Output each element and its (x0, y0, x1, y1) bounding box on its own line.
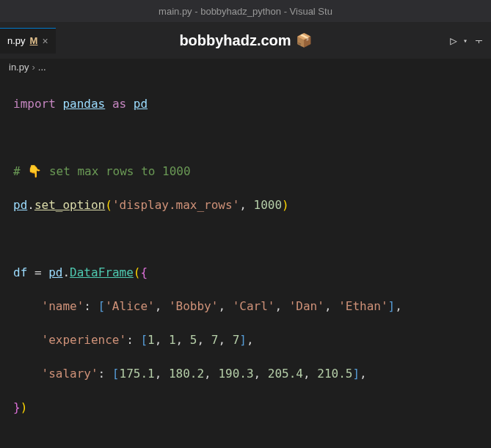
code-line: import pandas as pd (13, 95, 478, 112)
run-controls: ▷ ▾ ⫟ (450, 34, 485, 48)
breadcrumb[interactable]: in.py›... (0, 59, 491, 76)
code-line: df = pd.DataFrame({ (13, 264, 478, 281)
window-title: main.py - bobbyhadz_python - Visual Stu (159, 6, 332, 17)
tab-label: n.py (7, 35, 26, 46)
page-title: bobbyhadz.com 📦 (179, 32, 311, 49)
split-editor-icon[interactable]: ⫟ (473, 34, 485, 48)
code-line (13, 129, 478, 146)
code-line: }) (13, 399, 478, 416)
tab-bar: n.py M × bobbyhadz.com 📦 ▷ ▾ ⫟ (0, 22, 491, 59)
code-line (13, 433, 478, 448)
close-icon[interactable]: × (42, 35, 48, 47)
breadcrumb-file: in.py (9, 62, 29, 73)
code-line: # 👇️ set max rows to 1000 (13, 163, 478, 180)
cube-icon: 📦 (296, 32, 312, 48)
chevron-down-icon[interactable]: ▾ (463, 37, 468, 45)
code-line: 'salary': [175.1, 180.2, 190.3, 205.4, 2… (13, 365, 478, 382)
code-editor[interactable]: import pandas as pd # 👇️ set max rows to… (0, 76, 491, 448)
tab-modified-indicator: M (30, 35, 38, 46)
tab-main-py[interactable]: n.py M × (0, 28, 56, 54)
code-line (13, 230, 478, 247)
play-icon[interactable]: ▷ (450, 34, 457, 48)
code-line: 'experience': [1, 1, 5, 7, 7], (13, 331, 478, 348)
window-titlebar: main.py - bobbyhadz_python - Visual Stu (0, 0, 491, 22)
code-line: 'name': ['Alice', 'Bobby', 'Carl', 'Dan'… (13, 298, 478, 315)
breadcrumb-more: ... (38, 62, 46, 73)
code-line: pd.set_option('display.max_rows', 1000) (13, 197, 478, 213)
